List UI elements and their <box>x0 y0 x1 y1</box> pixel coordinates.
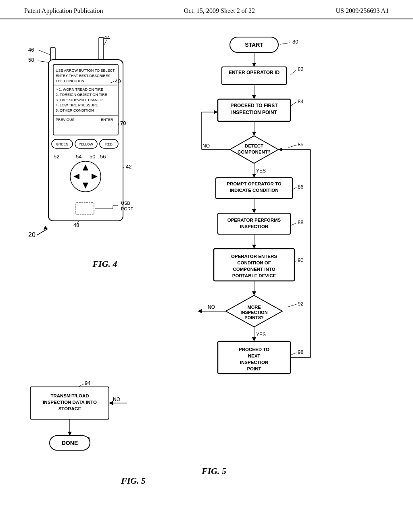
page-header: Patent Application Publication Oct. 15, … <box>0 0 413 19</box>
svg-text:4. LOW TIRE PRESSURE: 4. LOW TIRE PRESSURE <box>56 103 98 107</box>
svg-marker-143 <box>68 432 72 436</box>
svg-text:START: START <box>245 42 263 48</box>
svg-text:ENTER: ENTER <box>101 118 113 122</box>
svg-text:PORTABLE DEVICE: PORTABLE DEVICE <box>232 273 276 278</box>
svg-text:ENTRY THAT BEST DESCRIBES: ENTRY THAT BEST DESCRIBES <box>56 74 111 78</box>
svg-marker-99 <box>252 245 256 249</box>
svg-text:NO: NO <box>208 304 215 310</box>
svg-text:94: 94 <box>85 380 90 386</box>
svg-text:PROCEED TO FIRST: PROCEED TO FIRST <box>230 103 278 108</box>
svg-text:USE ARROW BUTTON TO SELECT: USE ARROW BUTTON TO SELECT <box>56 69 115 73</box>
svg-text:INSPECTION POINT: INSPECTION POINT <box>231 110 277 115</box>
svg-text:48: 48 <box>73 222 79 228</box>
svg-text:42: 42 <box>126 164 131 170</box>
header-left: Patent Application Publication <box>24 7 103 15</box>
svg-text:44: 44 <box>104 35 110 41</box>
svg-line-52 <box>37 229 48 235</box>
fig5-label-bottom: FIG. 5 <box>121 476 146 486</box>
svg-text:> 1. WORN TREAD ON TIRE: > 1. WORN TREAD ON TIRE <box>56 87 103 91</box>
svg-rect-95 <box>218 213 290 234</box>
svg-marker-84 <box>252 174 256 178</box>
svg-marker-72 <box>252 132 256 136</box>
svg-marker-108 <box>252 291 256 295</box>
header-right: US 2009/256693 A1 <box>336 7 389 15</box>
svg-text:INSPECTION: INSPECTION <box>240 224 268 229</box>
svg-text:ENTER OPERATOR ID: ENTER OPERATOR ID <box>229 70 280 75</box>
svg-text:PROMPT OPERATOR TO: PROMPT OPERATOR TO <box>227 181 282 186</box>
svg-text:46: 46 <box>28 47 34 53</box>
svg-text:YES: YES <box>256 168 266 174</box>
svg-text:PREVIOUS: PREVIOUS <box>56 118 75 122</box>
svg-line-61 <box>290 70 296 75</box>
svg-text:INSPECTION DATA INTO: INSPECTION DATA INTO <box>43 400 97 405</box>
svg-text:58: 58 <box>28 57 34 63</box>
svg-marker-65 <box>252 95 256 99</box>
svg-text:OPERATOR ENTERS: OPERATOR ENTERS <box>231 254 277 259</box>
svg-text:NO: NO <box>202 143 210 149</box>
svg-text:70: 70 <box>120 120 126 126</box>
svg-text:92: 92 <box>298 301 303 307</box>
svg-line-110 <box>288 304 296 307</box>
svg-text:56: 56 <box>100 154 106 160</box>
svg-text:85: 85 <box>298 141 303 148</box>
svg-text:INSPECTION: INSPECTION <box>240 310 267 315</box>
svg-marker-140 <box>109 401 113 405</box>
svg-text:YELLOW: YELLOW <box>79 142 93 146</box>
svg-text:88: 88 <box>298 219 303 225</box>
svg-marker-92 <box>252 209 256 213</box>
svg-marker-119 <box>252 337 256 341</box>
svg-marker-81 <box>214 110 218 114</box>
header-center: Oct. 15, 2009 Sheet 2 of 22 <box>184 7 255 15</box>
svg-rect-43 <box>76 203 94 215</box>
svg-text:RED: RED <box>105 142 113 146</box>
svg-text:82: 82 <box>298 66 303 72</box>
transmit-section: 94 TRANSMIT/LOAD INSPECTION DATA INTO ST… <box>22 379 184 493</box>
svg-text:COMPONENT INTO: COMPONENT INTO <box>233 267 275 272</box>
svg-text:84: 84 <box>298 98 303 104</box>
svg-text:OPERATOR PERFORMS: OPERATOR PERFORMS <box>227 218 281 222</box>
svg-text:INDICATE CONDITION: INDICATE CONDITION <box>229 188 278 193</box>
svg-text:3. TIRE SIDEWALL DAMAGE: 3. TIRE SIDEWALL DAMAGE <box>56 98 104 102</box>
svg-text:YES: YES <box>256 332 266 337</box>
svg-text:NEXT: NEXT <box>248 353 261 358</box>
svg-text:98: 98 <box>298 349 303 355</box>
svg-line-55 <box>280 43 290 44</box>
flowchart-svg: 80 START 82 ENTER OPERATOR ID 84 PROCEED… <box>177 31 355 487</box>
svg-marker-131 <box>278 148 282 152</box>
svg-text:86: 86 <box>298 184 303 190</box>
svg-text:MORE: MORE <box>248 305 261 310</box>
svg-text:5. OTHER CONDITION: 5. OTHER CONDITION <box>56 108 94 112</box>
svg-text:POINT: POINT <box>247 366 261 371</box>
device-illustration: 46 44 58 USE ARROW BUTTON TO SELECT ENTR… <box>16 31 161 265</box>
svg-text:40: 40 <box>115 78 121 84</box>
svg-text:GREEN: GREEN <box>56 142 68 146</box>
svg-text:PORT: PORT <box>121 206 133 211</box>
svg-text:54: 54 <box>76 154 81 160</box>
fig5-label: FIG. 5 <box>202 466 226 476</box>
svg-text:90: 90 <box>298 257 303 263</box>
svg-text:DETECT: DETECT <box>245 143 263 148</box>
svg-marker-116 <box>198 309 202 313</box>
fig5-panel: 80 START 82 ENTER OPERATOR ID 84 PROCEED… <box>177 31 397 488</box>
svg-marker-59 <box>252 63 256 67</box>
svg-text:DONE: DONE <box>62 440 78 446</box>
svg-text:USB: USB <box>121 201 130 206</box>
svg-text:TRANSMIT/LOAD: TRANSMIT/LOAD <box>50 393 89 398</box>
svg-text:INSPECTION: INSPECTION <box>240 360 268 365</box>
svg-line-67 <box>290 102 296 106</box>
svg-text:POINTS?: POINTS? <box>244 315 264 320</box>
svg-text:PROCEED TO: PROCEED TO <box>239 347 269 352</box>
svg-text:NO: NO <box>113 397 120 402</box>
transmit-svg: 94 TRANSMIT/LOAD INSPECTION DATA INTO ST… <box>22 379 184 492</box>
svg-text:80: 80 <box>292 39 298 45</box>
svg-line-74 <box>288 145 296 148</box>
svg-text:2. FOREIGN OBJECT ON TIRE: 2. FOREIGN OBJECT ON TIRE <box>56 93 107 97</box>
svg-line-94 <box>290 223 296 226</box>
svg-text:STORAGE: STORAGE <box>58 406 81 411</box>
svg-text:50: 50 <box>90 154 95 160</box>
svg-text:CONDITION OF: CONDITION OF <box>237 260 271 265</box>
svg-text:52: 52 <box>54 154 59 160</box>
svg-text:COMPONENT?: COMPONENT? <box>238 150 271 154</box>
svg-text:THE CONDITION: THE CONDITION <box>56 79 84 83</box>
svg-rect-5 <box>99 37 104 60</box>
